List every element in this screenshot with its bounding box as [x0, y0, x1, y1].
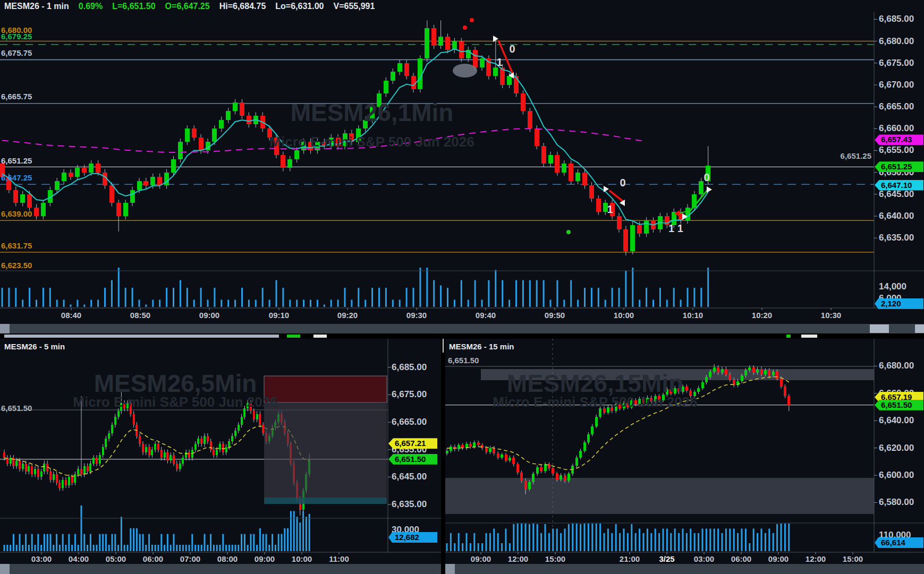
candle-body[interactable] — [89, 464, 91, 472]
candle-body[interactable] — [197, 439, 199, 444]
candle-body[interactable] — [143, 181, 148, 185]
time-axis-label[interactable]: 10:30 — [821, 311, 841, 320]
candle-body[interactable] — [55, 181, 60, 190]
mini-preview-white-2[interactable] — [801, 335, 817, 338]
candle-body[interactable] — [34, 469, 36, 474]
time-axis-label[interactable]: 12:00 — [806, 554, 826, 563]
scrollbar-cap-15min[interactable] — [445, 564, 455, 574]
candle-body[interactable] — [507, 76, 512, 84]
candle-body[interactable] — [37, 469, 39, 477]
candle-body[interactable] — [528, 482, 531, 489]
candle-body[interactable] — [114, 417, 116, 425]
time-axis-label[interactable]: 15:00 — [843, 554, 863, 563]
candle-body[interactable] — [469, 444, 472, 447]
time-axis-label[interactable]: 09:20 — [337, 311, 358, 320]
candle-body[interactable] — [411, 76, 416, 89]
candle-body[interactable] — [567, 474, 570, 481]
time-axis-label[interactable]: 3/25 — [659, 554, 674, 563]
candle-body[interactable] — [20, 194, 25, 203]
candle-body[interactable] — [583, 442, 586, 450]
candle-body[interactable] — [182, 458, 184, 463]
panel-divider[interactable] — [441, 339, 445, 574]
candle-body[interactable] — [493, 67, 498, 76]
candle-body[interactable] — [166, 452, 168, 461]
time-axis-label[interactable]: 09:00 — [255, 554, 275, 563]
candle-body[interactable] — [116, 203, 121, 216]
candle-body[interactable] — [644, 220, 649, 234]
candle-body[interactable] — [228, 441, 230, 447]
candle-body[interactable] — [450, 447, 452, 451]
candle-body[interactable] — [150, 177, 155, 185]
candle-body[interactable] — [508, 458, 511, 460]
candle-body[interactable] — [493, 448, 495, 453]
zigzag-line[interactable] — [685, 189, 708, 217]
candle-body[interactable] — [721, 369, 724, 373]
candle-body[interactable] — [219, 120, 224, 128]
candle-body[interactable] — [555, 155, 560, 173]
candle-body[interactable] — [62, 480, 64, 489]
candle-body[interactable] — [521, 93, 525, 111]
candle-body[interactable] — [82, 168, 87, 172]
candle-body[interactable] — [756, 369, 759, 373]
candle-body[interactable] — [587, 434, 590, 442]
candle-body[interactable] — [535, 128, 539, 146]
candle-body[interactable] — [49, 472, 52, 480]
candle-body[interactable] — [231, 436, 233, 441]
candle-body[interactable] — [384, 81, 388, 94]
candle-body[interactable] — [192, 128, 197, 137]
candle-body[interactable] — [164, 173, 169, 186]
candle-body[interactable] — [99, 455, 101, 464]
candle-body[interactable] — [238, 425, 240, 430]
scrollbar-5min[interactable] — [0, 564, 441, 574]
candle-body[interactable] — [3, 452, 5, 458]
candle-body[interactable] — [145, 447, 147, 452]
candle-body[interactable] — [256, 414, 258, 419]
time-axis-label[interactable]: 12:00 — [508, 554, 528, 563]
scrollbar-cap[interactable] — [0, 324, 10, 333]
candle-body[interactable] — [516, 464, 519, 472]
candle-body[interactable] — [768, 370, 770, 375]
candle-body[interactable] — [544, 464, 547, 471]
time-axis-label[interactable]: 05:00 — [106, 554, 126, 563]
candle-body[interactable] — [25, 464, 27, 472]
scrollbar-1min[interactable] — [0, 324, 924, 333]
candle-body[interactable] — [709, 372, 711, 377]
candle-body[interactable] — [31, 466, 33, 475]
candle-body[interactable] — [541, 146, 546, 164]
candle-body[interactable] — [397, 63, 402, 72]
candle-body[interactable] — [28, 466, 30, 472]
time-axis-label[interactable]: 03:00 — [31, 554, 52, 563]
candle-body[interactable] — [569, 164, 573, 181]
candle-body[interactable] — [294, 150, 299, 159]
candle-body[interactable] — [204, 436, 206, 444]
time-axis-label[interactable]: 10:00 — [614, 311, 634, 320]
time-axis-label[interactable]: 15:00 — [545, 554, 565, 563]
candle-body[interactable] — [80, 469, 82, 474]
candle-body[interactable] — [102, 447, 104, 456]
candle-body[interactable] — [697, 388, 700, 392]
time-axis-label[interactable]: 08:50 — [130, 311, 150, 320]
candle-body[interactable] — [259, 414, 261, 425]
candle-body[interactable] — [748, 367, 751, 370]
candle-body[interactable] — [473, 50, 478, 67]
candle-body[interactable] — [575, 458, 578, 466]
candle-body[interactable] — [591, 426, 594, 434]
candle-body[interactable] — [130, 190, 135, 203]
candle-body[interactable] — [212, 128, 217, 142]
candle-body[interactable] — [105, 439, 107, 447]
candle-body[interactable] — [109, 185, 114, 203]
time-axis-label[interactable]: 09:30 — [406, 311, 427, 320]
candle-body[interactable] — [34, 208, 39, 216]
scrollbar-cap-5min[interactable] — [0, 564, 10, 574]
candle-body[interactable] — [19, 460, 21, 469]
candle-body[interactable] — [199, 138, 204, 151]
time-axis-label[interactable]: 11:00 — [329, 554, 349, 563]
time-axis-label[interactable]: 08:40 — [61, 311, 81, 320]
candle-body[interactable] — [528, 111, 532, 128]
candle-body[interactable] — [540, 467, 542, 472]
candle-body[interactable] — [784, 387, 786, 396]
time-axis-label[interactable]: 10:00 — [292, 554, 312, 563]
candle-body[interactable] — [74, 474, 76, 483]
candle-body[interactable] — [728, 374, 731, 380]
candle-body[interactable] — [562, 164, 566, 172]
